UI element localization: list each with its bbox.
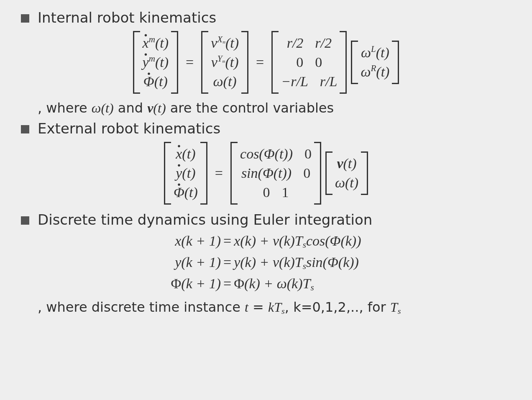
equals-sign: =	[186, 54, 194, 70]
bullet-internal-kinematics: Internal robot kinematics	[13, 8, 519, 28]
bullet-list: Internal robot kinematics	[13, 8, 519, 28]
matrix-kinematic-map: r/2r/2 00 −r/Lr/L	[271, 31, 347, 94]
bullet-text: Internal robot kinematics	[38, 9, 216, 26]
equation-internal-kinematics: xm(t) ym(t) Φ(t) = vXm(t) vYm(t) ω(t) =	[13, 31, 519, 94]
equation-discrete-dynamics: x(k + 1)= x(k) + v(k)Tscos(Φ(k)) y(k + 1…	[13, 233, 519, 293]
bullet-list: Discrete time dynamics using Euler integ…	[13, 210, 519, 230]
matrix-velocity: vXm(t) vYm(t) ω(t)	[201, 31, 248, 94]
matrix-pose-dot: x(t) y(t) Φ(t)	[164, 142, 207, 205]
note-discrete-time: , where discrete time instance t = kTs, …	[13, 299, 519, 317]
bullet-discrete-dynamics: Discrete time dynamics using Euler integ…	[13, 210, 519, 230]
slide: Internal robot kinematics xm(t) ym(t) Φ(…	[0, 0, 532, 400]
equals-sign: =	[215, 165, 223, 181]
bullet-text: Discrete time dynamics using Euler integ…	[38, 211, 372, 228]
matrix-state-dot: xm(t) ym(t) Φ(t)	[133, 31, 178, 94]
matrix-wheel-omega: ωL(t) ωR(t)	[351, 41, 399, 84]
equals-sign: =	[256, 54, 264, 70]
bullet-list: External robot kinematics	[13, 119, 519, 138]
note-control-variables: , where ω(t) and v(t) are the control va…	[13, 100, 519, 117]
matrix-input: v(t) ω(t)	[325, 151, 368, 195]
equation-external-kinematics: x(t) y(t) Φ(t) = cos(Φ(t))0 sin(Φ(t))0 0…	[13, 142, 519, 205]
bullet-external-kinematics: External robot kinematics	[13, 119, 519, 138]
bullet-text: External robot kinematics	[38, 120, 220, 137]
matrix-rotation: cos(Φ(t))0 sin(Φ(t))0 01	[230, 142, 321, 205]
